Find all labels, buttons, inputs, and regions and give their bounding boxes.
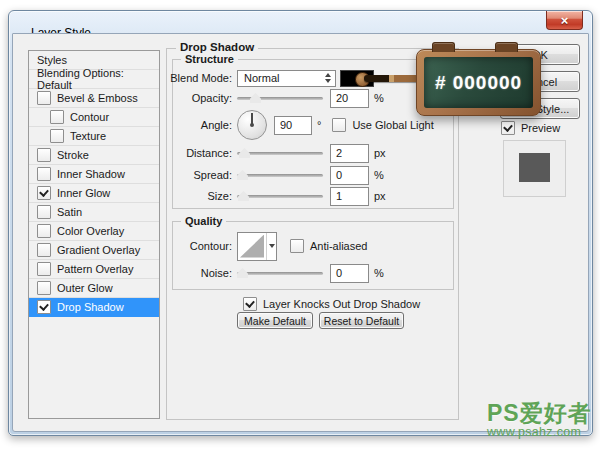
size-field[interactable]: 1 <box>330 187 369 206</box>
chalkboard-hanger-left <box>432 42 455 52</box>
layer-knocks-out-checkbox[interactable] <box>243 297 257 311</box>
distance-field[interactable]: 2 <box>330 144 369 163</box>
inner-shadow-checkbox[interactable] <box>37 167 51 181</box>
angle-dial-hub <box>250 123 254 127</box>
combo-updown-icon <box>325 73 331 83</box>
sidebar-item-satin[interactable]: Satin <box>29 203 159 222</box>
sidebar-item-gradient-overlay[interactable]: Gradient Overlay <box>29 241 159 260</box>
contour-picker[interactable] <box>237 232 277 261</box>
blend-mode-label: Blend Mode: <box>170 72 232 84</box>
use-global-light-checkbox[interactable] <box>332 118 346 132</box>
sidebar-item-pattern-overlay[interactable]: Pattern Overlay <box>29 260 159 279</box>
reset-to-default-button[interactable]: Reset to Default <box>319 312 404 329</box>
noise-field[interactable]: 0 <box>330 264 369 283</box>
sidebar-item-blending-options[interactable]: Blending Options: Default <box>29 70 159 89</box>
sidebar-item-inner-shadow[interactable]: Inner Shadow <box>29 165 159 184</box>
distance-label: Distance: <box>170 147 232 159</box>
size-row: Size: 1 px <box>170 187 386 205</box>
preview-row: Preview <box>501 121 560 135</box>
noise-slider-track[interactable] <box>237 272 323 275</box>
noise-slider[interactable] <box>237 267 323 279</box>
chalkboard-surface: # 000000 <box>424 57 533 108</box>
gradient-overlay-checkbox[interactable] <box>37 243 51 257</box>
angle-row: Angle: 90 ° Use Global Light <box>170 110 434 140</box>
opacity-label: Opacity: <box>170 92 232 104</box>
structure-legend: Structure <box>181 53 238 65</box>
quality-legend: Quality <box>181 215 226 227</box>
size-slider-thumb[interactable] <box>238 191 249 201</box>
distance-row: Distance: 2 px <box>170 144 386 162</box>
sidebar-item-texture[interactable]: Texture <box>29 127 159 146</box>
sidebar-item-drop-shadow[interactable]: Drop Shadow <box>29 298 159 317</box>
opacity-field[interactable]: 20 <box>330 89 369 108</box>
size-unit: px <box>374 190 386 202</box>
distance-slider-thumb[interactable] <box>239 148 250 158</box>
spread-slider-track[interactable] <box>237 174 323 177</box>
spread-row: Spread: 0 % <box>170 166 384 184</box>
opacity-slider-track[interactable] <box>237 97 323 100</box>
noise-slider-thumb[interactable] <box>237 268 248 278</box>
paintbrush-handle <box>364 75 419 82</box>
angle-field[interactable]: 90 <box>274 116 312 135</box>
blend-mode-select[interactable]: Normal <box>237 70 336 87</box>
distance-unit: px <box>374 147 386 159</box>
satin-checkbox[interactable] <box>37 205 51 219</box>
contour-dropdown-icon[interactable] <box>267 233 276 260</box>
watermark-url: www.psahz.com <box>487 426 592 439</box>
spread-label: Spread: <box>170 169 232 181</box>
spread-slider-thumb[interactable] <box>237 170 248 180</box>
preview-label: Preview <box>521 122 560 134</box>
outer-glow-checkbox[interactable] <box>37 281 51 295</box>
close-icon: × <box>561 14 569 27</box>
blend-mode-row: Blend Mode: Normal <box>170 69 374 87</box>
opacity-row: Opacity: 20 % <box>170 89 384 107</box>
noise-label: Noise: <box>170 267 232 279</box>
close-button[interactable]: × <box>546 11 583 30</box>
hex-color-text: # 000000 <box>435 72 522 94</box>
inner-glow-checkbox[interactable] <box>37 186 51 200</box>
preview-thumbnail <box>519 153 550 182</box>
color-overlay-checkbox[interactable] <box>37 224 51 238</box>
chalkboard-hanger-right <box>495 42 518 52</box>
use-global-light-label: Use Global Light <box>352 119 433 131</box>
drop-shadow-checkbox[interactable] <box>37 300 51 314</box>
contour-row: Contour: Anti-aliased <box>170 232 367 260</box>
contour-checkbox[interactable] <box>50 110 64 124</box>
anti-aliased-label: Anti-aliased <box>310 240 367 252</box>
watermark-title: PS爱好者 <box>487 402 592 425</box>
sidebar-item-stroke[interactable]: Stroke <box>29 146 159 165</box>
pattern-overlay-checkbox[interactable] <box>37 262 51 276</box>
opacity-slider-thumb[interactable] <box>250 93 261 103</box>
chalkboard-overlay: # 000000 <box>416 49 541 116</box>
spread-unit: % <box>374 169 384 181</box>
sidebar-item-contour[interactable]: Contour <box>29 108 159 127</box>
size-slider[interactable] <box>237 190 323 202</box>
sidebar-item-outer-glow[interactable]: Outer Glow <box>29 279 159 298</box>
spread-slider[interactable] <box>237 169 323 181</box>
spread-field[interactable]: 0 <box>330 166 369 185</box>
sidebar-item-bevel-emboss[interactable]: Bevel & Emboss <box>29 89 159 108</box>
size-label: Size: <box>170 190 232 202</box>
anti-aliased-checkbox[interactable] <box>290 239 304 253</box>
bevel-emboss-checkbox[interactable] <box>37 91 51 105</box>
stroke-checkbox[interactable] <box>37 148 51 162</box>
preview-well <box>503 140 566 197</box>
opacity-unit: % <box>374 92 384 104</box>
noise-unit: % <box>374 267 384 279</box>
blend-mode-value: Normal <box>244 72 279 84</box>
sidebar-item-color-overlay[interactable]: Color Overlay <box>29 222 159 241</box>
angle-label: Angle: <box>170 119 232 131</box>
layer-knocks-out-label: Layer Knocks Out Drop Shadow <box>263 298 420 310</box>
make-default-button[interactable]: Make Default <box>237 312 313 329</box>
contour-thumbnail[interactable] <box>238 233 267 260</box>
distance-slider[interactable] <box>237 147 323 159</box>
screenshot-stage: Layer Style × Styles Blending Options: D… <box>0 0 600 449</box>
preview-checkbox[interactable] <box>501 121 515 135</box>
sidebar-item-inner-glow[interactable]: Inner Glow <box>29 184 159 203</box>
styles-list: Styles Blending Options: Default Bevel &… <box>28 50 160 419</box>
texture-checkbox[interactable] <box>50 129 64 143</box>
angle-unit: ° <box>317 119 321 131</box>
opacity-slider[interactable] <box>237 92 323 104</box>
angle-dial[interactable] <box>237 110 267 140</box>
size-slider-track[interactable] <box>237 195 323 198</box>
